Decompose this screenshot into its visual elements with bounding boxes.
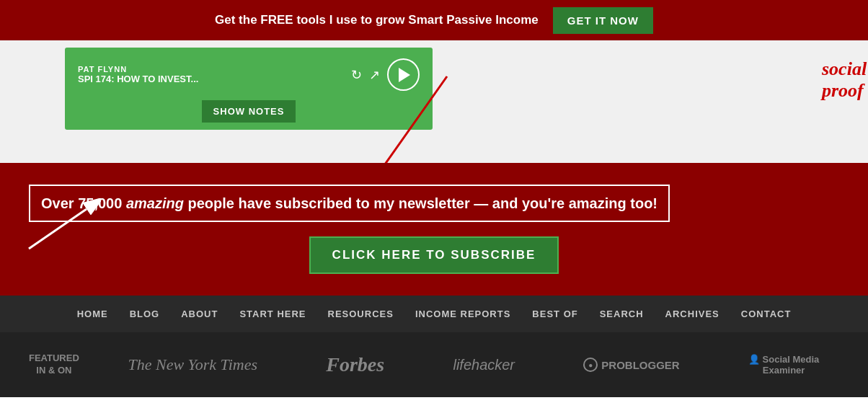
nav-home[interactable]: HOME <box>77 309 108 319</box>
nav-about[interactable]: ABOUT <box>181 309 218 319</box>
problogger-circle-icon: ● <box>583 358 598 372</box>
featured-logos: The New York Times Forbes lifehacker ● P… <box>108 353 839 376</box>
newsletter-section: Over 75,000 amazing people have subscrib… <box>0 163 868 296</box>
nav-resources[interactable]: RESOURCES <box>328 309 394 319</box>
podcast-title-block: PAT FLYNN SPI 174: HOW TO INVEST... <box>78 65 198 84</box>
nav-income-reports[interactable]: INCOME REPORTS <box>415 309 510 319</box>
lifehacker-logo: lifehacker <box>453 357 515 373</box>
svg-line-3 <box>29 209 87 249</box>
nav-start-here[interactable]: START HERE <box>239 309 306 319</box>
subscriber-amazing: amazing <box>126 195 184 211</box>
podcast-section: PAT FLYNN SPI 174: HOW TO INVEST... ↻ ↗ … <box>0 40 868 163</box>
socialmedia-logo: 👤 Social MediaExaminer <box>748 354 819 376</box>
featured-label: FEATUREDIN & ON <box>29 352 79 377</box>
nav-contact[interactable]: CONTACT <box>741 309 792 319</box>
podcast-episode: SPI 174: HOW TO INVEST... <box>78 74 198 84</box>
main-navigation: HOME BLOG ABOUT START HERE RESOURCES INC… <box>0 296 868 332</box>
subscribe-btn-wrapper: CLICK HERE TO SUBSCRIBE <box>29 236 839 274</box>
featured-section: FEATUREDIN & ON The New York Times Forbe… <box>0 332 868 397</box>
nav-search[interactable]: SEARCH <box>600 309 644 319</box>
banner-text: Get the FREE tools I use to grow Smart P… <box>215 13 539 27</box>
subscriber-suffix: people have subscribed to my newsletter … <box>184 195 657 211</box>
show-notes-button[interactable]: SHOW NOTES <box>202 100 296 123</box>
nyt-logo: The New York Times <box>128 355 257 374</box>
problogger-logo: ● PROBLOGGER <box>583 358 679 372</box>
podcast-author: PAT FLYNN <box>78 65 198 74</box>
white-arrow <box>14 198 101 256</box>
get-it-now-button[interactable]: GET IT NOW <box>553 7 653 34</box>
nav-best-of[interactable]: BEST OF <box>532 309 577 319</box>
nav-blog[interactable]: BLOG <box>130 309 160 319</box>
nav-archives[interactable]: ARCHIVES <box>665 309 719 319</box>
subscribe-button[interactable]: CLICK HERE TO SUBSCRIBE <box>309 236 559 274</box>
top-banner: Get the FREE tools I use to grow Smart P… <box>0 0 868 40</box>
subscriber-text-box: Over 75,000 amazing people have subscrib… <box>29 185 670 222</box>
forbes-logo: Forbes <box>326 353 384 376</box>
social-proof-label: social proof <box>822 58 867 102</box>
